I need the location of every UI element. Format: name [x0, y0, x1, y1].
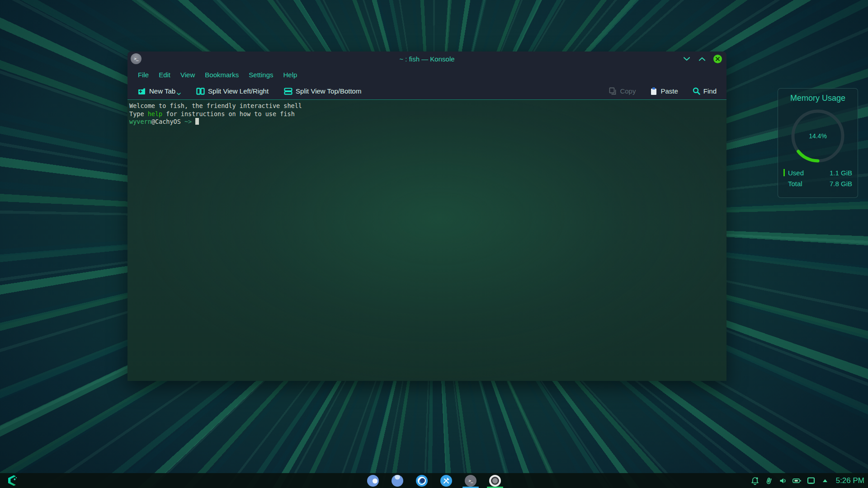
split-view-left-right-label: Split View Left/Right	[208, 87, 269, 95]
konsole-icon[interactable]: >_	[462, 473, 480, 488]
split-left-right-icon	[196, 88, 205, 95]
memory-usage-widget: Memory Usage 14.4% Used 1.1 GiB Total 7.…	[778, 88, 858, 198]
menu-settings[interactable]: Settings	[244, 69, 278, 80]
chevron-down-icon	[684, 57, 690, 61]
split-view-left-right-button[interactable]: Split View Left/Right	[192, 85, 273, 97]
new-tab-icon	[137, 88, 146, 95]
blue-tools-app-icon[interactable]	[437, 473, 455, 488]
blue-toggle-app-icon[interactable]	[364, 473, 382, 488]
battery-icon[interactable]	[792, 476, 802, 486]
copy-icon	[609, 87, 617, 95]
menubar: File Edit View Bookmarks Settings Help	[127, 66, 726, 83]
terminal-output[interactable]: Welcome to fish, the friendly interactiv…	[127, 99, 726, 381]
chevron-up-icon	[699, 57, 705, 61]
terminal-line: Type help for instructions on how to use…	[129, 110, 725, 118]
terminal-cursor	[195, 118, 199, 125]
terminal-line: wyvern@CachyOS ~>	[129, 118, 725, 126]
toolbar: New Tab Split View Left/Right Split V	[127, 83, 726, 99]
split-top-bottom-icon	[284, 88, 292, 95]
memory-widget-title: Memory Usage	[790, 94, 845, 103]
search-icon	[693, 87, 700, 95]
menu-file[interactable]: File	[133, 69, 154, 80]
window-title: ~ : fish — Konsole	[127, 55, 726, 63]
copy-label: Copy	[620, 87, 636, 95]
memory-total-row: Total 7.8 GiB	[783, 178, 852, 189]
terminal-line: Welcome to fish, the friendly interactiv…	[129, 102, 725, 110]
titlebar[interactable]: >_ ~ : fish — Konsole	[127, 52, 726, 66]
paste-button[interactable]: Paste	[646, 85, 682, 97]
desktop: >_ ~ : fish — Konsole File Edit View Boo…	[0, 0, 868, 488]
find-button[interactable]: Find	[688, 85, 721, 97]
system-tray: 5:26 PM	[750, 473, 864, 488]
menu-edit[interactable]: Edit	[154, 69, 175, 80]
blue-sphere-app-icon[interactable]	[388, 473, 406, 488]
new-tab-button[interactable]: New Tab	[133, 85, 185, 97]
taskbar: >_	[0, 473, 868, 488]
total-value: 7.8 GiB	[830, 180, 852, 188]
blue-swirl-browser-icon[interactable]	[413, 473, 431, 488]
app-launcher-button[interactable]	[5, 474, 20, 487]
konsole-app-icon: >_	[131, 53, 142, 64]
paste-label: Paste	[660, 87, 678, 95]
minimize-button[interactable]	[683, 55, 691, 63]
cachyos-logo-icon	[5, 474, 19, 487]
new-tab-dropdown-caret-icon[interactable]	[177, 93, 181, 95]
memory-percent: 14.4%	[788, 106, 848, 166]
memory-legend: Used 1.1 GiB Total 7.8 GiB	[778, 166, 858, 189]
copy-button[interactable]: Copy	[604, 85, 640, 97]
memory-ring: 14.4%	[788, 106, 848, 166]
menu-help[interactable]: Help	[278, 69, 302, 80]
new-tab-label: New Tab	[149, 87, 175, 95]
split-view-top-bottom-label: Split View Top/Bottom	[296, 87, 361, 95]
notifications-icon[interactable]	[750, 476, 760, 486]
expand-tray-icon[interactable]	[820, 476, 830, 486]
clock[interactable]: 5:26 PM	[836, 476, 864, 485]
split-view-top-bottom-button[interactable]: Split View Top/Bottom	[279, 85, 366, 97]
paste-icon	[650, 87, 657, 95]
maximize-button[interactable]	[698, 55, 706, 63]
used-swatch	[783, 169, 785, 176]
menu-view[interactable]: View	[175, 69, 200, 80]
used-value: 1.1 GiB	[830, 169, 852, 177]
find-label: Find	[703, 87, 717, 95]
close-button[interactable]	[713, 55, 722, 63]
display-icon[interactable]	[806, 476, 816, 486]
total-swatch	[783, 180, 785, 187]
close-icon	[716, 57, 720, 61]
clipboard-icon[interactable]	[764, 476, 774, 486]
konsole-window: >_ ~ : fish — Konsole File Edit View Boo…	[127, 52, 726, 381]
volume-icon[interactable]	[778, 476, 788, 486]
memory-used-row: Used 1.1 GiB	[783, 167, 852, 178]
camera-lens-app-icon[interactable]	[486, 473, 504, 488]
total-label: Total	[788, 180, 830, 188]
task-manager-dock: >_	[364, 473, 504, 488]
used-label: Used	[788, 169, 830, 177]
menu-bookmarks[interactable]: Bookmarks	[200, 69, 244, 80]
